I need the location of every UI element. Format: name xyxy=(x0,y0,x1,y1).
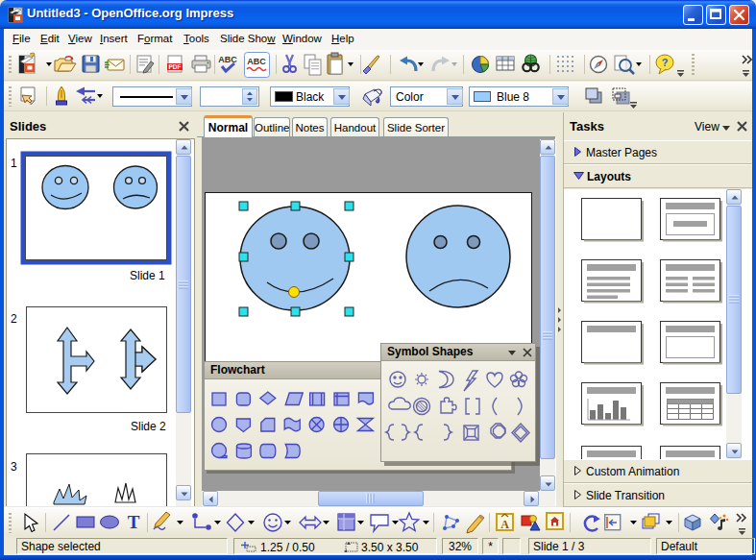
svg-text:2: 2 xyxy=(11,312,17,326)
svg-text:1: 1 xyxy=(11,157,17,170)
svg-text:A: A xyxy=(500,518,509,531)
svg-text:ABC: ABC xyxy=(247,57,266,66)
svg-text:Slide 2: Slide 2 xyxy=(131,420,166,433)
svg-text:T: T xyxy=(128,512,140,532)
svg-text:Slide 1: Slide 1 xyxy=(130,269,165,282)
svg-text:?: ? xyxy=(662,57,669,68)
svg-text:PDF: PDF xyxy=(169,63,182,70)
svg-text:3: 3 xyxy=(11,460,17,474)
svg-text:ABC: ABC xyxy=(218,55,237,64)
